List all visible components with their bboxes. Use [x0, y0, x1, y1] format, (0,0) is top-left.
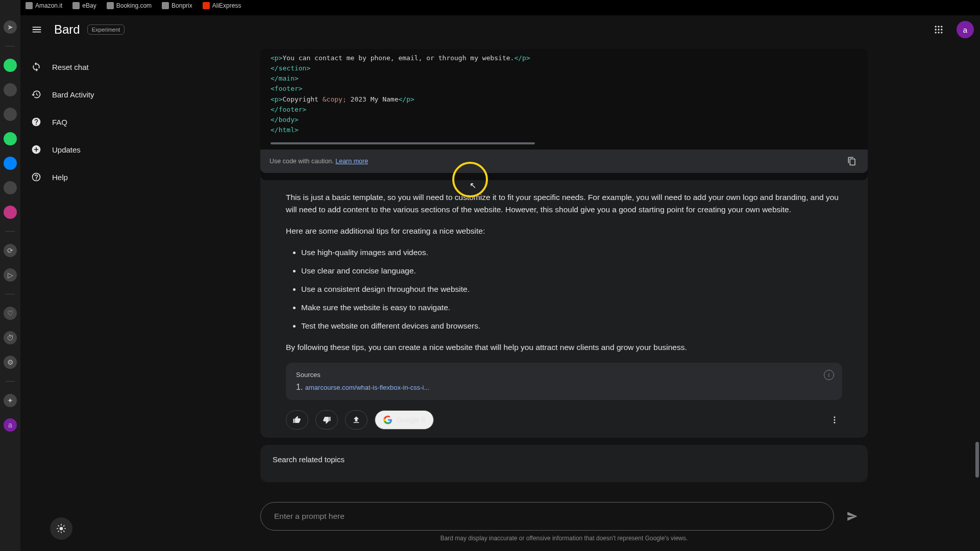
sidebar-item-help[interactable]: Help: [20, 164, 179, 190]
sidebar-item-label: Reset chat: [52, 63, 89, 71]
response-paragraph: By following these tips, you can create …: [286, 341, 842, 354]
list-item: Use a consistent design throughout the w…: [301, 283, 842, 295]
thumbs-down-button[interactable]: [315, 410, 338, 430]
user-avatar[interactable]: a: [957, 21, 974, 38]
faq-icon: [31, 116, 42, 128]
google-logo-icon: [383, 415, 393, 424]
bookmark-bonprix[interactable]: Bonprix: [162, 2, 192, 9]
google-apps-button[interactable]: [929, 20, 948, 39]
experiment-badge: Experiment: [87, 24, 125, 35]
code-block: <p>You can contact me by phone, email, o…: [260, 49, 868, 180]
svg-point-0: [935, 26, 937, 28]
rail-icon[interactable]: [4, 132, 17, 145]
svg-point-10: [834, 419, 836, 421]
rail-icon[interactable]: ✦: [4, 394, 17, 407]
input-area: Bard may display inaccurate or offensive…: [260, 495, 868, 551]
rail-icon[interactable]: [4, 59, 17, 72]
source-item[interactable]: 1. amarcourse.com/what-is-flexbox-in-css…: [296, 383, 832, 392]
list-item: Make sure the website is easy to navigat…: [301, 302, 842, 314]
sidebar-item-label: Updates: [52, 145, 81, 154]
prompt-field-wrapper[interactable]: [260, 502, 834, 531]
google-it-button[interactable]: Google it: [375, 410, 434, 430]
response-list: Use high-quality images and videos. Use …: [301, 246, 842, 332]
rail-icon[interactable]: ⚙: [4, 356, 17, 369]
svg-point-3: [935, 29, 937, 30]
os-left-rail: ➤ ⟳ ▷ ♡ ⏱ ⚙ ✦ a: [0, 0, 20, 551]
response-paragraph: This is just a basic template, so you wi…: [286, 191, 842, 216]
sidebar-item-label: FAQ: [52, 118, 67, 127]
rail-icon[interactable]: [4, 206, 17, 219]
prompt-input[interactable]: [274, 512, 820, 521]
main-content: <p>You can contact me by phone, email, o…: [179, 44, 980, 551]
sidebar-item-bard-activity[interactable]: Bard Activity: [20, 82, 179, 107]
rail-icon[interactable]: ⏱: [4, 331, 17, 344]
rail-icon[interactable]: ♡: [4, 307, 17, 320]
copy-code-button[interactable]: [845, 155, 859, 168]
rail-icon[interactable]: [4, 157, 17, 170]
svg-point-7: [938, 32, 939, 33]
svg-point-8: [941, 32, 942, 33]
code-caution-bar: Use code with caution. Learn more: [260, 149, 868, 173]
response-paragraph: Here are some additional tips for creati…: [286, 225, 842, 237]
rail-icon[interactable]: ⟳: [4, 244, 17, 257]
theme-toggle-button[interactable]: [50, 517, 72, 540]
share-button[interactable]: [345, 410, 368, 430]
vertical-scrollbar[interactable]: [975, 442, 979, 478]
brand-title: Bard: [54, 22, 80, 37]
info-icon[interactable]: i: [824, 370, 834, 380]
svg-point-4: [938, 29, 939, 30]
bard-app: Bard Experiment a Reset chat Bard Activi…: [20, 15, 980, 551]
sources-title: Sources: [296, 371, 832, 379]
help-icon: [31, 171, 42, 183]
menu-button[interactable]: [27, 19, 47, 40]
sidebar-item-label: Help: [52, 173, 68, 182]
svg-point-1: [938, 26, 939, 28]
list-item: Use clear and concise language.: [301, 265, 842, 277]
browser-bookmarks-bar: Amazon.it eBay Booking.com Bonprix AliEx…: [26, 0, 241, 11]
related-topics-card[interactable]: Search related topics: [260, 445, 868, 482]
bookmark-booking[interactable]: Booking.com: [107, 2, 152, 9]
response-prose: This is just a basic template, so you wi…: [260, 180, 868, 354]
bookmark-aliexpress[interactable]: AliExpress: [203, 2, 241, 9]
activity-icon: [31, 89, 42, 100]
list-item: Test the website on different devices an…: [301, 320, 842, 332]
disclaimer-text: Bard may display inaccurate or offensive…: [260, 531, 868, 549]
sources-box: Sources 1. amarcourse.com/what-is-flexbo…: [286, 363, 842, 400]
app-header: Bard Experiment a: [20, 15, 980, 44]
sidebar-item-reset-chat[interactable]: Reset chat: [20, 54, 179, 80]
svg-point-6: [935, 32, 937, 33]
sidebar-item-faq[interactable]: FAQ: [20, 109, 179, 135]
response-actions: Google it: [260, 400, 868, 430]
updates-icon: [31, 144, 42, 155]
rail-icon[interactable]: ▷: [4, 268, 17, 282]
learn-more-link[interactable]: Learn more: [335, 158, 368, 165]
code-horizontal-scrollbar[interactable]: [271, 142, 857, 144]
reset-icon: [31, 61, 42, 72]
rail-icon[interactable]: ➤: [4, 20, 17, 34]
sidebar-item-updates[interactable]: Updates: [20, 137, 179, 162]
chat-scroll-area[interactable]: <p>You can contact me by phone, email, o…: [260, 44, 868, 495]
caution-text: Use code with caution. Learn more: [270, 158, 368, 165]
svg-point-11: [834, 422, 836, 423]
rail-avatar[interactable]: a: [4, 418, 17, 432]
sidebar: Reset chat Bard Activity FAQ Updates Hel…: [20, 44, 179, 551]
list-item: Use high-quality images and videos.: [301, 246, 842, 259]
svg-point-12: [60, 527, 63, 531]
response-card: <p>You can contact me by phone, email, o…: [260, 49, 868, 438]
sidebar-item-label: Bard Activity: [52, 90, 94, 99]
thumbs-up-button[interactable]: [286, 410, 308, 430]
svg-point-9: [834, 417, 836, 418]
rail-icon[interactable]: [4, 83, 17, 96]
svg-point-2: [941, 26, 942, 28]
rail-icon[interactable]: [4, 181, 17, 194]
code-content: <p>You can contact me by phone, email, o…: [260, 53, 868, 135]
send-button[interactable]: [842, 506, 863, 527]
svg-point-5: [941, 29, 942, 30]
more-actions-button[interactable]: [827, 415, 842, 424]
bookmark-ebay[interactable]: eBay: [72, 2, 96, 9]
rail-icon[interactable]: [4, 108, 17, 121]
bookmark-amazon[interactable]: Amazon.it: [26, 2, 62, 9]
